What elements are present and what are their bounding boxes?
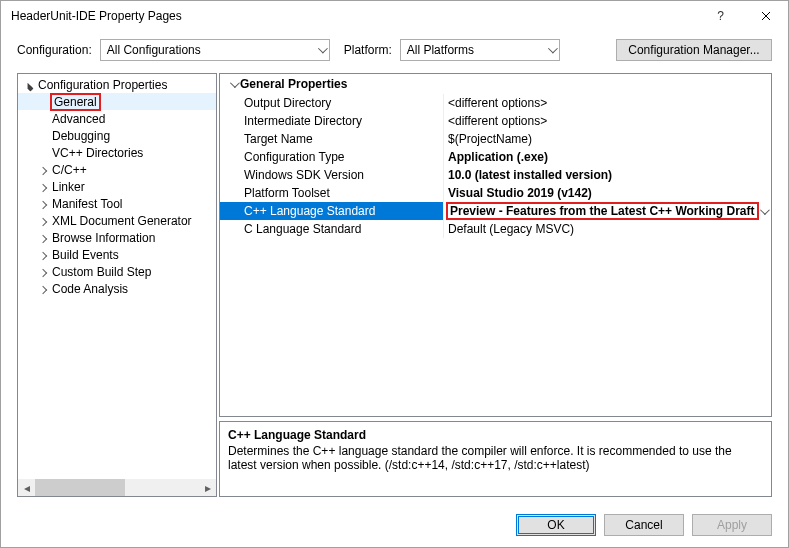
platform-value: All Platforms (407, 43, 474, 57)
property-value-text: Application (.exe) (448, 150, 548, 164)
tree-item-label: Code Analysis (50, 282, 130, 296)
expand-icon (36, 265, 50, 279)
tree-item[interactable]: General (18, 93, 216, 110)
platform-select[interactable]: All Platforms (400, 39, 560, 61)
configuration-label: Configuration: (17, 43, 92, 57)
configuration-value: All Configurations (107, 43, 201, 57)
expand-icon (36, 197, 50, 211)
cancel-button[interactable]: Cancel (604, 514, 684, 536)
tree-item[interactable]: XML Document Generator (18, 212, 216, 229)
property-value[interactable]: $(ProjectName) (444, 130, 771, 148)
tree-item[interactable]: Code Analysis (18, 280, 216, 297)
chevron-down-icon (548, 47, 555, 54)
property-row[interactable]: Output Directory<different options> (220, 94, 771, 112)
dialog-footer: OK Cancel Apply (1, 503, 788, 547)
titlebar: HeaderUnit-IDE Property Pages ? (1, 1, 788, 31)
tree-item[interactable]: Debugging (18, 127, 216, 144)
property-value[interactable]: Visual Studio 2019 (v142) (444, 184, 771, 202)
config-toolbar: Configuration: All Configurations Platfo… (1, 31, 788, 67)
collapse-icon (226, 81, 240, 88)
chevron-down-icon[interactable] (760, 208, 767, 215)
ok-button[interactable]: OK (516, 514, 596, 536)
tree-item-label: Build Events (50, 248, 121, 262)
nav-tree: Configuration Properties GeneralAdvanced… (17, 73, 217, 497)
tree-item-label: Browse Information (50, 231, 157, 245)
platform-label: Platform: (344, 43, 392, 57)
configuration-select[interactable]: All Configurations (100, 39, 330, 61)
expand-icon (36, 231, 50, 245)
property-value-text: Preview - Features from the Latest C++ W… (446, 202, 759, 220)
tree-item-label: C/C++ (50, 163, 89, 177)
property-value-text: Visual Studio 2019 (v142) (448, 186, 592, 200)
property-row[interactable]: Platform ToolsetVisual Studio 2019 (v142… (220, 184, 771, 202)
scroll-thumb[interactable] (35, 479, 125, 496)
property-row[interactable]: Windows SDK Version10.0 (latest installe… (220, 166, 771, 184)
tree-item[interactable]: Custom Build Step (18, 263, 216, 280)
group-title: General Properties (240, 77, 347, 91)
tree-item-label: General (50, 93, 101, 111)
property-row[interactable]: C Language StandardDefault (Legacy MSVC) (220, 220, 771, 238)
property-value[interactable]: 10.0 (latest installed version) (444, 166, 771, 184)
property-value[interactable]: Preview - Features from the Latest C++ W… (444, 202, 771, 220)
tree-item-label: XML Document Generator (50, 214, 194, 228)
tree-item[interactable]: Manifest Tool (18, 195, 216, 212)
tree-root[interactable]: Configuration Properties (18, 76, 216, 93)
tree-item[interactable]: Browse Information (18, 229, 216, 246)
property-row[interactable]: Intermediate Directory<different options… (220, 112, 771, 130)
property-value-text: $(ProjectName) (448, 132, 532, 146)
description-text: Determines the C++ language standard the… (228, 444, 763, 472)
property-name: Windows SDK Version (220, 166, 444, 184)
expand-icon (36, 248, 50, 262)
property-name: C++ Language Standard (220, 202, 444, 220)
help-button[interactable]: ? (698, 1, 743, 31)
expand-icon (36, 282, 50, 296)
description-title: C++ Language Standard (228, 428, 763, 442)
chevron-down-icon (318, 47, 325, 54)
expand-icon (36, 180, 50, 194)
collapse-icon (22, 78, 36, 92)
property-value-text: <different options> (448, 96, 547, 110)
tree-item-label: Custom Build Step (50, 265, 153, 279)
property-name: Platform Toolset (220, 184, 444, 202)
property-name: Intermediate Directory (220, 112, 444, 130)
property-name: Configuration Type (220, 148, 444, 166)
scroll-right-icon[interactable]: ▸ (199, 479, 216, 496)
tree-root-label: Configuration Properties (36, 78, 169, 92)
property-value-text: <different options> (448, 114, 547, 128)
property-name: Target Name (220, 130, 444, 148)
window-title: HeaderUnit-IDE Property Pages (11, 9, 698, 23)
property-value-text: 10.0 (latest installed version) (448, 168, 612, 182)
property-group-header[interactable]: General Properties (220, 74, 771, 94)
description-pane: C++ Language Standard Determines the C++… (219, 421, 772, 497)
scroll-left-icon[interactable]: ◂ (18, 479, 35, 496)
close-button[interactable] (743, 1, 788, 31)
property-pages-dialog: HeaderUnit-IDE Property Pages ? Configur… (0, 0, 789, 548)
tree-item-label: Advanced (50, 112, 107, 126)
tree-item[interactable]: Linker (18, 178, 216, 195)
property-value[interactable]: <different options> (444, 94, 771, 112)
expand-icon (36, 163, 50, 177)
property-value[interactable]: Default (Legacy MSVC) (444, 220, 771, 238)
property-row[interactable]: Target Name$(ProjectName) (220, 130, 771, 148)
property-value[interactable]: Application (.exe) (444, 148, 771, 166)
property-grid: General Properties Output Directory<diff… (219, 73, 772, 417)
property-row[interactable]: Configuration TypeApplication (.exe) (220, 148, 771, 166)
property-value[interactable]: <different options> (444, 112, 771, 130)
property-value-text: Default (Legacy MSVC) (448, 222, 574, 236)
tree-item-label: Manifest Tool (50, 197, 124, 211)
tree-item[interactable]: Build Events (18, 246, 216, 263)
tree-item-label: VC++ Directories (50, 146, 145, 160)
apply-button[interactable]: Apply (692, 514, 772, 536)
tree-item[interactable]: C/C++ (18, 161, 216, 178)
expand-icon (36, 214, 50, 228)
property-name: C Language Standard (220, 220, 444, 238)
property-row[interactable]: C++ Language StandardPreview - Features … (220, 202, 771, 220)
property-name: Output Directory (220, 94, 444, 112)
configuration-manager-button[interactable]: Configuration Manager... (616, 39, 772, 61)
tree-item-label: Debugging (50, 129, 112, 143)
tree-item[interactable]: VC++ Directories (18, 144, 216, 161)
tree-item[interactable]: Advanced (18, 110, 216, 127)
tree-hscrollbar[interactable]: ◂ ▸ (18, 479, 216, 496)
tree-item-label: Linker (50, 180, 87, 194)
